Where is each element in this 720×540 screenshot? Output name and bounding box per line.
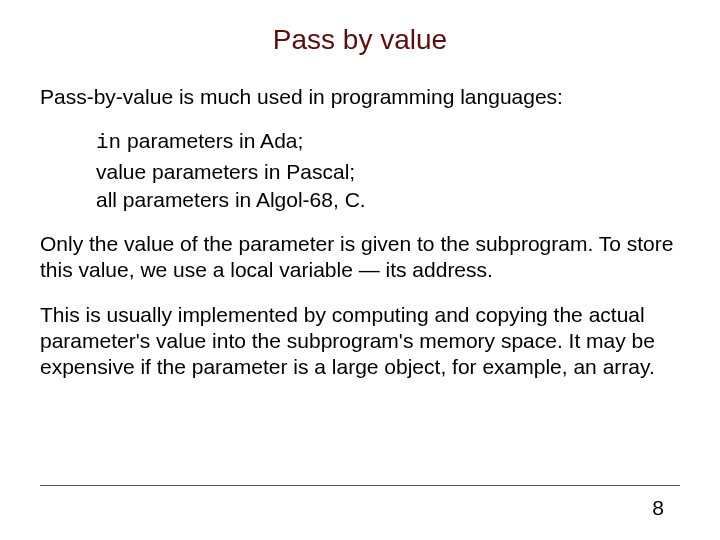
bullet-list: in parameters in Ada; value parameters i… (96, 128, 680, 213)
bullet-item: value parameters in Pascal; (96, 159, 680, 185)
slide-body: Pass-by-value is much used in programmin… (40, 84, 680, 380)
slide: Pass by value Pass-by-value is much used… (0, 0, 720, 540)
page-number: 8 (652, 496, 664, 520)
divider (40, 485, 680, 486)
bullet-item: all parameters in Algol-68, C. (96, 187, 680, 213)
slide-title: Pass by value (40, 24, 680, 56)
code-keyword: in (96, 131, 121, 154)
bullet-item: in parameters in Ada; (96, 128, 680, 156)
paragraph: Only the value of the parameter is given… (40, 231, 680, 284)
bullet-text: parameters in Ada; (121, 129, 303, 152)
paragraph: This is usually implemented by computing… (40, 302, 680, 381)
intro-paragraph: Pass-by-value is much used in programmin… (40, 84, 680, 110)
